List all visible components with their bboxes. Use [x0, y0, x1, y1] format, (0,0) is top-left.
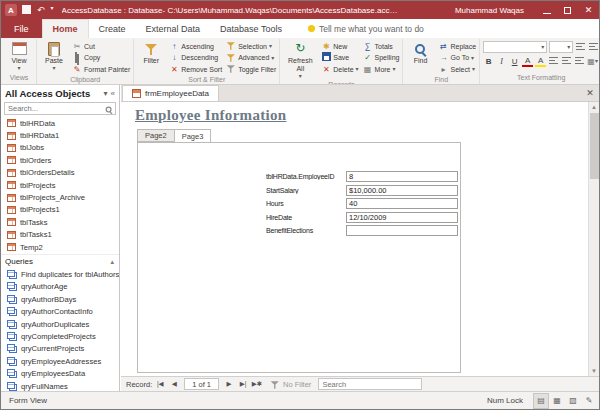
gridlines-button[interactable]: ▦▾ [587, 56, 598, 67]
shutter-bar-close-icon[interactable]: « [111, 89, 115, 98]
bold-button[interactable]: B [483, 56, 494, 67]
nav-item-table[interactable]: tblProjects [1, 179, 119, 191]
close-document-icon[interactable]: ✕ [581, 85, 599, 101]
record-search-input[interactable] [319, 380, 421, 389]
bullets-button[interactable] [575, 42, 586, 53]
minimize-icon[interactable] [536, 1, 557, 19]
ascending-button[interactable]: ↑ Ascending [169, 41, 222, 52]
nav-section-queries[interactable]: Queries ▴ [1, 254, 119, 268]
tab-database-tools[interactable]: Database Tools [210, 19, 292, 38]
new-record-button[interactable]: ✱ New [321, 41, 358, 52]
refresh-all-button[interactable]: ↻ Refresh All ▾ [283, 40, 317, 80]
filter-indicator[interactable]: No Filter [270, 378, 311, 390]
nav-item-query[interactable]: qryEmployeeAddresses [1, 355, 119, 367]
nav-item-table[interactable]: tblOrdersDetails [1, 167, 119, 179]
document-tab-frmEmployeeData[interactable]: frmEmployeeData [122, 85, 219, 101]
first-record-icon[interactable]: |◀ [154, 378, 166, 390]
view-button[interactable]: View ▾ [5, 40, 33, 72]
delete-record-button[interactable]: ✕ Delete ▾ [321, 64, 358, 75]
nav-item-query[interactable]: qryFullNames [1, 380, 119, 391]
font-size-combo[interactable]: ▾ [549, 41, 573, 53]
highlight-color-button[interactable]: A [535, 55, 546, 67]
select-button[interactable]: ▸ Select ▾ [438, 64, 476, 75]
form-view-button[interactable]: ▤ [533, 393, 549, 409]
replace-button[interactable]: ⇄ Replace [438, 41, 476, 52]
nav-item-query[interactable]: qryAuthorContactInfo [1, 305, 119, 317]
font-name-combo[interactable]: ▾ [483, 41, 547, 53]
nav-item-table[interactable]: tblOrders [1, 154, 119, 166]
format-painter-button[interactable]: ✎ Format Painter [72, 64, 130, 75]
nav-item-table[interactable]: tblProjects1 [1, 204, 119, 216]
numbering-button[interactable] [588, 42, 599, 53]
nav-item-query[interactable]: qryAuthorAge [1, 281, 119, 293]
scroll-down-icon[interactable]: ▼ [591, 366, 597, 376]
nav-item-table[interactable]: tblTasks1 [1, 229, 119, 241]
nav-item-query[interactable]: qryCurrentProjects [1, 343, 119, 355]
tab-file[interactable]: File [1, 19, 42, 38]
nav-item-table[interactable]: tblProjects_Archive [1, 191, 119, 203]
italic-button[interactable]: I [496, 56, 507, 67]
close-icon[interactable]: ✕ [578, 1, 599, 19]
nav-item-table[interactable]: tblJobs [1, 142, 119, 154]
go-to-button[interactable]: → Go To ▾ [438, 53, 476, 64]
totals-button[interactable]: ∑ Totals [363, 41, 400, 52]
nav-item-query[interactable]: qryEmployeesData [1, 367, 119, 379]
nav-item-table[interactable]: tblHRData [1, 117, 119, 129]
vertical-scrollbar[interactable]: ▲ ▼ [588, 102, 599, 376]
nav-item-query[interactable]: Find duplicates for tblAuthors [1, 268, 119, 280]
descending-button[interactable]: ↓ Descending [169, 53, 222, 64]
align-center-button[interactable] [561, 56, 572, 67]
tell-me-box[interactable]: Tell me what you want to do [308, 19, 424, 38]
last-record-icon[interactable]: ▶| [237, 378, 249, 390]
cut-button[interactable]: ✂ Cut [72, 41, 130, 52]
spelling-button[interactable]: ✓ Spelling [363, 53, 400, 64]
scroll-up-icon[interactable]: ▲ [591, 102, 597, 112]
tab-page2[interactable]: Page2 [137, 129, 175, 142]
next-record-icon[interactable]: ▶ [223, 378, 235, 390]
benefit-elections-input[interactable] [346, 225, 458, 236]
paste-button[interactable]: Paste ▾ [40, 40, 68, 72]
font-color-button[interactable]: A [522, 55, 533, 67]
nav-pane-header[interactable]: All Access Objects ▾ « [1, 85, 119, 101]
nav-item-query[interactable]: qryAuthorBDays [1, 293, 119, 305]
signed-in-user[interactable]: Muhammad Waqas [455, 6, 524, 15]
nav-item-query[interactable]: qryCompletedProjects [1, 330, 119, 342]
start-salary-input[interactable] [346, 185, 458, 196]
hours-input[interactable] [346, 198, 458, 209]
maximize-icon[interactable] [557, 1, 578, 19]
record-search-box[interactable] [318, 378, 422, 390]
nav-search-box[interactable] [4, 102, 116, 115]
nav-search-input[interactable] [8, 104, 102, 113]
hire-date-input[interactable] [346, 212, 458, 223]
new-blank-record-icon[interactable]: ▶✱ [251, 378, 263, 390]
more-button[interactable]: ▦ More ▾ [363, 64, 400, 75]
save-icon[interactable] [22, 5, 31, 16]
datasheet-view-button[interactable]: ▦ [549, 393, 565, 409]
filter-button[interactable]: Filter [137, 40, 165, 66]
underline-button[interactable]: U [509, 56, 520, 67]
nav-item-table[interactable]: tblHRData1 [1, 129, 119, 141]
save-record-button[interactable]: Save [321, 53, 358, 64]
chevron-down-icon[interactable]: ▾ [104, 89, 108, 98]
tab-home[interactable]: Home [42, 19, 89, 38]
remove-sort-button[interactable]: ✕ Remove Sort [169, 64, 222, 75]
access-app-icon[interactable]: A [5, 4, 17, 16]
employee-id-input[interactable] [346, 171, 458, 182]
design-view-button[interactable]: ✎ [581, 393, 597, 409]
tab-external-data[interactable]: External Data [136, 19, 211, 38]
qat-customize-icon[interactable]: ▾ [51, 5, 54, 16]
previous-record-icon[interactable]: ◀ [168, 378, 180, 390]
nav-item-query[interactable]: qryAuthorDuplicates [1, 318, 119, 330]
nav-item-table[interactable]: Temp2 [1, 241, 119, 253]
undo-icon[interactable]: ↶ [37, 5, 45, 16]
find-button[interactable]: Find [406, 40, 434, 66]
nav-item-table[interactable]: tblTasks [1, 216, 119, 228]
tab-create[interactable]: Create [89, 19, 136, 38]
align-left-button[interactable] [548, 56, 559, 67]
align-right-button[interactable] [574, 56, 585, 67]
scrollbar-thumb[interactable] [590, 113, 599, 179]
layout-view-button[interactable]: ▧ [565, 393, 581, 409]
tab-page3[interactable]: Page3 [174, 129, 212, 143]
copy-button[interactable]: Copy [72, 53, 130, 64]
toggle-filter-button[interactable]: Toggle Filter [226, 64, 276, 75]
